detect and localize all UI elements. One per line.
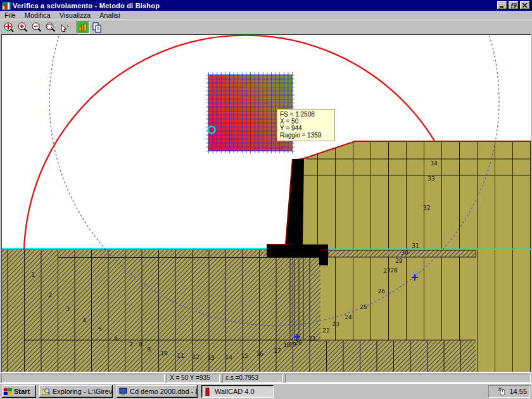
svg-text:33: 33: [428, 175, 434, 182]
zoom-in-icon: [17, 22, 28, 33]
zoom-window-button[interactable]: [43, 21, 57, 34]
menu-analisi[interactable]: Analisi: [95, 11, 124, 19]
status-coordinates: X = 50 Y =935: [167, 374, 220, 383]
svg-text:26: 26: [377, 288, 385, 294]
restore-icon: [511, 3, 517, 8]
svg-text:3: 3: [66, 305, 70, 312]
svg-text:8: 8: [139, 341, 142, 348]
menu-file[interactable]: File: [0, 11, 20, 19]
titlebar[interactable]: Verifica a scivolamento - Metodo di Bish…: [0, 0, 532, 11]
svg-text:4: 4: [82, 317, 86, 324]
svg-text:17: 17: [274, 347, 281, 354]
task-cd-demo[interactable]: Cd demo 2000.dbd - Demo...: [117, 385, 198, 398]
svg-text:5: 5: [98, 326, 102, 332]
zoom-extents-icon: [3, 22, 14, 33]
svg-text:6: 6: [114, 334, 118, 341]
svg-text:28: 28: [390, 267, 398, 274]
start-button[interactable]: Start: [2, 385, 36, 398]
windows-logo-icon: [4, 388, 12, 396]
taskbar: Start Exploring - L:\Girevol\DE... Cd de…: [0, 383, 532, 399]
wallcad-icon: [204, 388, 212, 396]
tooltip-fs: FS = 1.2508: [280, 111, 332, 118]
system-tray: 14.55: [488, 385, 530, 398]
svg-text:29: 29: [395, 257, 403, 264]
close-button[interactable]: [520, 1, 530, 10]
menu-modifica[interactable]: Modifica: [20, 11, 55, 19]
restore-button[interactable]: [509, 1, 519, 10]
task-exploring[interactable]: Exploring - L:\Girevol\DE...: [39, 385, 113, 398]
svg-text:12: 12: [192, 353, 199, 360]
window-title: Verifica a scivolamento - Metodo di Bish…: [13, 2, 497, 10]
svg-text:24: 24: [345, 314, 352, 320]
menubar: File Modifica Visualizza Analisi: [0, 11, 532, 20]
tray-clock[interactable]: 14.55: [509, 388, 527, 395]
mouse-tray-icon[interactable]: [498, 388, 507, 396]
tooltip-x: X = 50: [280, 118, 332, 125]
toolbar: [0, 20, 532, 34]
close-icon: [522, 3, 528, 8]
tooltip-y: Y = 944: [280, 125, 332, 132]
svg-text:14: 14: [225, 353, 232, 360]
svg-text:32: 32: [423, 204, 430, 211]
minimize-button[interactable]: [497, 1, 507, 10]
fs-map-button[interactable]: [76, 21, 90, 34]
task-wallcad[interactable]: WallCAD 4.0: [201, 385, 274, 398]
copy-icon: [92, 22, 103, 33]
svg-text:1: 1: [31, 271, 35, 278]
svg-text:27: 27: [383, 267, 390, 274]
zoom-window-icon: [45, 22, 56, 33]
status-filler-panel: [285, 374, 531, 383]
svg-text:15: 15: [241, 352, 248, 359]
svg-text:10: 10: [160, 350, 168, 357]
svg-text:9: 9: [147, 346, 151, 353]
statusbar: X = 50 Y =935 c.s.=0.7953: [0, 372, 532, 383]
status-safety-factor: c.s.=0.7953: [222, 374, 283, 383]
app-icon: [2, 2, 11, 10]
svg-text:16: 16: [256, 350, 263, 357]
svg-text:7: 7: [129, 341, 133, 348]
svg-text:30: 30: [401, 249, 408, 256]
fs-map-icon: [77, 22, 89, 33]
copy-button[interactable]: [90, 21, 104, 34]
menu-visualizza[interactable]: Visualizza: [55, 11, 95, 19]
explorer-icon: [42, 388, 50, 396]
svg-text:21: 21: [308, 335, 316, 342]
zoom-extents-button[interactable]: [1, 21, 15, 34]
zoom-in-button[interactable]: [15, 21, 29, 34]
status-empty-panel: [1, 374, 165, 383]
svg-text:11: 11: [177, 352, 184, 359]
select-pointer-icon: [59, 22, 70, 33]
select-pointer-button[interactable]: [57, 21, 71, 34]
cd-demo-icon: [119, 388, 127, 396]
task-wallcad-label: WallCAD 4.0: [215, 388, 255, 395]
minimize-icon: [500, 3, 505, 8]
start-label: Start: [14, 388, 30, 395]
app-window: Verifica a scivolamento - Metodo di Bish…: [0, 0, 532, 399]
svg-text:31: 31: [412, 242, 419, 249]
svg-text:34: 34: [430, 160, 438, 167]
task-cd-demo-label: Cd demo 2000.dbd - Demo...: [130, 388, 198, 395]
zoom-out-button[interactable]: [29, 21, 43, 34]
toolbar-separator: [73, 22, 74, 33]
svg-text:25: 25: [360, 303, 367, 310]
svg-text:22: 22: [322, 327, 329, 334]
svg-text:20: 20: [294, 339, 302, 346]
zoom-out-icon: [31, 22, 42, 33]
svg-text:2: 2: [48, 291, 52, 298]
tooltip-raggio: Raggio = 1359: [280, 132, 332, 139]
water-level-line: [2, 249, 531, 250]
drawing-canvas[interactable]: 1234567891011121314151617181920212223242…: [1, 34, 531, 372]
svg-text:23: 23: [332, 320, 339, 327]
task-exploring-label: Exploring - L:\Girevol\DE...: [53, 388, 113, 395]
svg-text:13: 13: [207, 354, 214, 361]
fs-tooltip: FS = 1.2508 X = 50 Y = 944 Raggio = 1359: [277, 109, 335, 141]
bishop-plot: 1234567891011121314151617181920212223242…: [2, 35, 531, 372]
